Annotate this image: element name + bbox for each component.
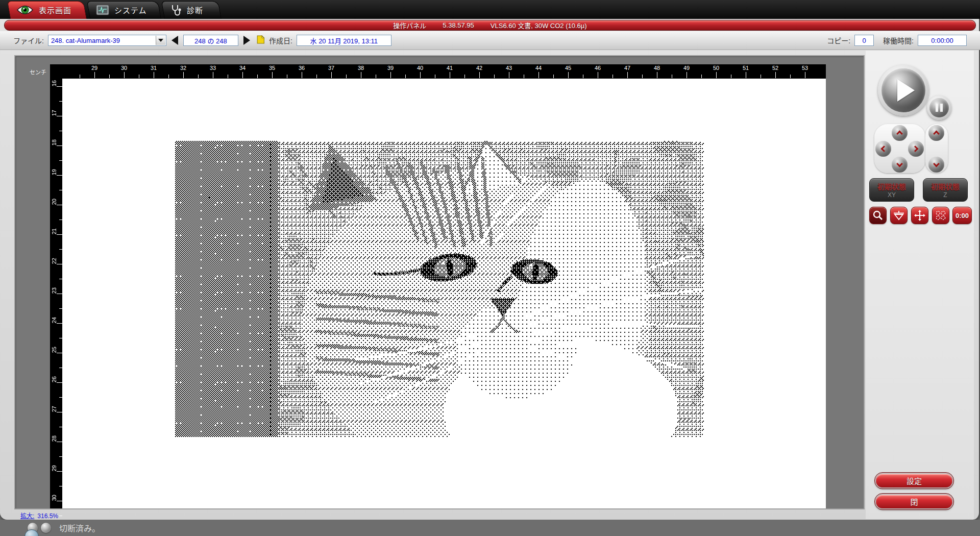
ruler-tick: [287, 75, 287, 78]
zoom-label[interactable]: 拡大:: [20, 513, 34, 520]
jog-right-button[interactable]: [908, 141, 924, 157]
status-bar: 切断済み。: [0, 520, 980, 536]
home-xy-label: 初期状態: [877, 181, 906, 191]
file-position-field[interactable]: 248 の 248: [183, 35, 238, 46]
ruler-tick: [687, 72, 687, 78]
focus-icon: [893, 210, 905, 221]
ruler-tick: [57, 294, 62, 294]
chevron-left-icon: [881, 145, 888, 152]
magnifier-icon: [872, 210, 884, 221]
home-xy-button[interactable]: 初期状態 XY: [869, 178, 914, 202]
ruler-tick: [716, 72, 717, 78]
file-select[interactable]: 248. cat-Alumamark-39: [48, 35, 166, 46]
dropdown-arrow-icon[interactable]: [156, 36, 165, 45]
zoom-indicator[interactable]: 拡大:316.5%: [20, 511, 58, 520]
next-file-button[interactable]: [243, 36, 250, 45]
ruler-tick: [450, 72, 450, 78]
eye-icon: [16, 5, 34, 15]
ruler-tick: [361, 72, 361, 78]
h-ruler-number: 32: [176, 65, 191, 71]
h-ruler-number: 45: [560, 65, 576, 71]
ruler-tick: [228, 75, 228, 78]
ruler-tick: [272, 72, 273, 78]
v-ruler-number: 30: [51, 495, 57, 501]
tab-diagnostics[interactable]: 診断: [164, 1, 222, 19]
document-icon[interactable]: [256, 35, 265, 46]
runtime-field[interactable]: 0:00:00: [918, 35, 967, 46]
ruler-tick: [731, 75, 731, 78]
dotted-circles-icon: [935, 210, 947, 221]
ruler-tick: [346, 75, 347, 78]
ruler-tick: [775, 72, 776, 78]
ruler-tick: [435, 75, 435, 78]
tab-label: システム: [114, 5, 147, 15]
created-date-value: 水 20 11月 2019, 13:11: [310, 36, 378, 45]
close-button[interactable]: 閉: [875, 494, 953, 509]
ruler-tick: [805, 72, 805, 78]
copies-field[interactable]: 0: [854, 35, 874, 46]
tab-display-screen[interactable]: 表示画面: [10, 1, 87, 19]
z-up-button[interactable]: [928, 125, 944, 141]
file-label: ファイル:: [13, 35, 44, 45]
home-xy-axis: XY: [888, 191, 896, 199]
created-date-field[interactable]: 水 20 11月 2019, 13:11: [297, 35, 391, 46]
ruler-tick: [390, 72, 391, 78]
v-ruler-number: 28: [51, 435, 57, 442]
connection-status-icon: [41, 523, 51, 533]
h-ruler-number: 48: [649, 65, 665, 71]
jog-left-button[interactable]: [875, 141, 891, 157]
focus-view-button[interactable]: [890, 207, 908, 224]
settings-label: 設定: [906, 475, 922, 486]
device-info: VLS6.60 文書, 30W CO2 (10.6µ): [491, 20, 587, 30]
ruler-tick: [257, 75, 258, 78]
ruler-tick: [139, 75, 139, 78]
created-label: 作成日:: [269, 35, 292, 45]
relocate-view-button[interactable]: [911, 207, 928, 224]
ruler-tick: [302, 72, 302, 78]
h-ruler-number: 39: [383, 65, 398, 71]
ruler-tick: [331, 72, 332, 78]
ruler-tick: [672, 75, 672, 78]
registration-button[interactable]: [932, 207, 949, 224]
ruler-tick: [109, 75, 110, 78]
ruler-tick: [59, 516, 62, 516]
home-z-axis: Z: [943, 191, 947, 199]
play-button[interactable]: [878, 65, 929, 116]
jog-down-button[interactable]: [892, 157, 908, 173]
ruler-tick: [553, 75, 554, 78]
ruler-tick: [524, 75, 524, 78]
horizontal-ruler: 2930313233343536373839404142434445464748…: [50, 64, 826, 79]
play-icon: [897, 79, 915, 102]
ruler-tick: [746, 72, 746, 78]
h-ruler-number: 49: [679, 65, 694, 71]
v-ruler-number: 23: [51, 287, 57, 294]
tab-system[interactable]: システム: [90, 1, 161, 19]
estimate-time-button[interactable]: 0:00: [952, 207, 972, 224]
zoom-tool-button[interactable]: [869, 207, 887, 224]
ruler-tick: [405, 75, 406, 78]
v-ruler-number: 27: [51, 406, 57, 412]
ruler-tick: [57, 471, 62, 472]
jog-up-button[interactable]: [892, 125, 908, 141]
v-ruler-number: 20: [51, 199, 57, 205]
h-ruler-number: 35: [264, 65, 280, 71]
ruler-tick: [57, 382, 62, 383]
app-version: 5.38.57.95: [443, 21, 474, 29]
ruler-tick: [657, 72, 657, 78]
ruler-tick: [57, 175, 62, 176]
v-ruler-number: 25: [51, 347, 57, 353]
ruler-unit-label: センチ: [30, 68, 46, 76]
pause-button[interactable]: [927, 95, 951, 120]
home-z-button[interactable]: 初期状態 Z: [923, 178, 968, 202]
chevron-right-icon: [912, 145, 919, 152]
h-ruler-number: 31: [146, 65, 161, 71]
previous-file-button[interactable]: [172, 36, 178, 45]
v-ruler-number: 29: [51, 465, 57, 471]
settings-button[interactable]: 設定: [875, 473, 953, 489]
h-ruler-number: 42: [472, 65, 487, 71]
tab-label: 診断: [187, 5, 203, 15]
ruler-tick: [612, 75, 613, 78]
ruler-tick: [154, 72, 154, 78]
z-down-button[interactable]: [928, 157, 944, 173]
ruler-tick: [464, 75, 465, 78]
